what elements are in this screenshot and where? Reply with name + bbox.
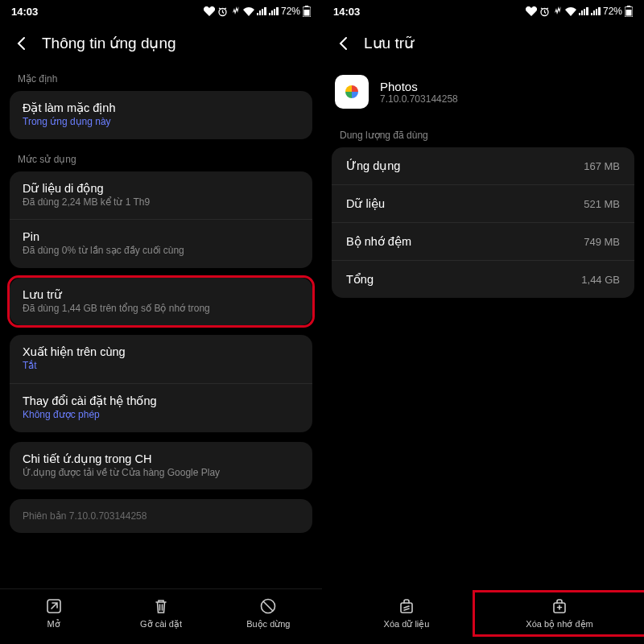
- nav-label: Gỡ cài đặt: [140, 619, 182, 630]
- storage-label: Dữ liệu: [346, 197, 385, 210]
- nav-label: Xóa bộ nhớ đệm: [526, 619, 592, 630]
- item-sub: Tắt: [23, 360, 299, 373]
- alarm-icon: [539, 6, 550, 17]
- battery-percent: 72%: [603, 6, 622, 17]
- svg-rect-10: [401, 603, 412, 613]
- card-default: Đặt làm mặc định Trong ứng dụng này: [10, 91, 312, 139]
- set-default-item[interactable]: Đặt làm mặc định Trong ứng dụng này: [10, 91, 312, 139]
- item-sub: Đã dùng 2,24 MB kể từ 1 Th9: [23, 196, 299, 209]
- item-title: Chi tiết ứ.dụng trong CH: [23, 452, 299, 465]
- item-title: Dữ liệu di động: [23, 182, 299, 195]
- photos-app-icon: [335, 75, 369, 109]
- item-title: Đặt làm mặc định: [23, 101, 299, 114]
- content-area: Dung lượng đã dùng Ứng dụng 167 MB Dữ li…: [322, 125, 644, 589]
- clear-data-icon: [398, 597, 415, 615]
- item-sub: Ứ.dụng được tải về từ Cửa hàng Google Pl…: [23, 467, 299, 480]
- change-system-item[interactable]: Thay đổi cài đặt hệ thống Không được phé…: [10, 384, 312, 432]
- appear-on-top-item[interactable]: Xuất hiện trên cùng Tắt: [10, 335, 312, 384]
- clear-cache-button[interactable]: Xóa bộ nhớ đệm: [473, 590, 644, 637]
- nav-label: Xóa dữ liệu: [384, 619, 430, 630]
- header: Thông tin ứng dụng: [0, 23, 322, 68]
- battery-item[interactable]: Pin Đã dùng 0% từ lần sạc đầy cuối cùng: [10, 220, 312, 268]
- storage-row-cache: Bộ nhớ đệm 749 MB: [332, 223, 634, 261]
- svg-rect-2: [305, 6, 308, 7]
- vibrate-icon: [230, 6, 241, 17]
- trash-icon: [152, 597, 170, 615]
- battery-icon: [625, 6, 633, 17]
- app-meta: Photos 7.10.0.703144258: [380, 80, 458, 105]
- svg-rect-3: [304, 10, 310, 16]
- storage-value: 521 MB: [584, 198, 620, 210]
- force-stop-button[interactable]: Buộc dừng: [236, 597, 300, 630]
- status-bar: 14:03 72%: [0, 0, 322, 23]
- item-sub: Đã dùng 1,44 GB trên tổng số Bộ nhớ tron…: [23, 303, 299, 316]
- alarm-icon: [217, 6, 228, 17]
- storage-label: Bộ nhớ đệm: [346, 235, 411, 248]
- open-icon: [45, 597, 63, 615]
- heart-icon: [204, 6, 215, 16]
- mobile-data-item[interactable]: Dữ liệu di động Đã dùng 2,24 MB kể từ 1 …: [10, 171, 312, 221]
- nav-label: Buộc dừng: [246, 619, 290, 630]
- vibrate-icon: [552, 6, 563, 17]
- item-sub: Không được phép: [23, 409, 299, 422]
- app-details-store-item[interactable]: Chi tiết ứ.dụng trong CH Ứ.dụng được tải…: [10, 442, 312, 490]
- card-store: Chi tiết ứ.dụng trong CH Ứ.dụng được tải…: [10, 442, 312, 490]
- header: Lưu trữ: [322, 23, 644, 68]
- signal-icon-2: [269, 7, 279, 15]
- heart-icon: [526, 6, 537, 16]
- chevron-left-icon: [336, 35, 352, 52]
- item-title: Lưu trữ: [23, 288, 299, 301]
- status-time: 14:03: [333, 6, 360, 18]
- phone-left: 14:03 72% Thông tin ứng dụng Mặc định Đặ…: [0, 0, 322, 644]
- item-title: Xuất hiện trên cùng: [23, 345, 299, 358]
- open-button[interactable]: Mở: [22, 597, 86, 630]
- item-sub: Đã dùng 0% từ lần sạc đầy cuối cùng: [23, 245, 299, 258]
- status-icons: 72%: [526, 6, 633, 17]
- storage-row-data: Dữ liệu 521 MB: [332, 185, 634, 223]
- storage-value: 749 MB: [584, 236, 620, 248]
- app-version: 7.10.0.703144258: [380, 93, 458, 105]
- wifi-icon: [243, 7, 254, 16]
- nav-label: Mở: [47, 619, 60, 630]
- back-button[interactable]: [13, 35, 31, 52]
- google-photos-icon: [340, 80, 364, 104]
- app-name: Photos: [380, 80, 458, 93]
- svg-rect-9: [626, 10, 632, 16]
- storage-value: 1,44 GB: [581, 274, 620, 286]
- status-bar: 14:03 72%: [322, 0, 644, 23]
- signal-icon: [257, 7, 266, 15]
- storage-card: Ứng dụng 167 MB Dữ liệu 521 MB Bộ nhớ đệ…: [332, 147, 634, 298]
- chevron-left-icon: [14, 35, 30, 52]
- phone-right: 14:03 72% Lưu trữ Photos: [322, 0, 644, 644]
- svg-rect-8: [627, 6, 630, 7]
- item-title: Thay đổi cài đặt hệ thống: [23, 394, 299, 407]
- card-version: Phiên bản 7.10.0.703144258: [10, 499, 312, 533]
- wifi-icon: [565, 7, 576, 16]
- battery-icon: [303, 6, 311, 17]
- section-usage-label: Mức sử dụng: [10, 149, 312, 171]
- status-icons: 72%: [204, 6, 311, 17]
- page-title: Thông tin ứng dụng: [42, 34, 176, 52]
- bottom-nav: Xóa dữ liệu Xóa bộ nhớ đệm: [322, 589, 644, 644]
- back-button[interactable]: [335, 35, 353, 52]
- clear-data-button[interactable]: Xóa dữ liệu: [330, 597, 483, 630]
- storage-row-app: Ứng dụng 167 MB: [332, 147, 634, 185]
- uninstall-button[interactable]: Gỡ cài đặt: [129, 597, 193, 630]
- highlight-storage: Lưu trữ Đã dùng 1,44 GB trên tổng số Bộ …: [7, 275, 315, 328]
- bottom-nav: Mở Gỡ cài đặt Buộc dừng: [0, 588, 322, 644]
- content-area: Mặc định Đặt làm mặc định Trong ứng dụng…: [0, 68, 322, 588]
- card-storage: Lưu trữ Đã dùng 1,44 GB trên tổng số Bộ …: [10, 278, 312, 326]
- section-space-label: Dung lượng đã dùng: [332, 125, 634, 147]
- storage-value: 167 MB: [584, 160, 620, 172]
- app-info-row: Photos 7.10.0.703144258: [322, 68, 644, 125]
- page-title: Lưu trữ: [364, 34, 414, 52]
- item-title: Pin: [23, 230, 299, 243]
- status-time: 14:03: [11, 6, 38, 18]
- card-usage: Dữ liệu di động Đã dùng 2,24 MB kể từ 1 …: [10, 171, 312, 268]
- storage-item[interactable]: Lưu trữ Đã dùng 1,44 GB trên tổng số Bộ …: [10, 278, 312, 326]
- storage-row-total: Tổng 1,44 GB: [332, 261, 634, 298]
- item-sub: Trong ứng dụng này: [23, 116, 299, 129]
- clear-cache-icon: [551, 597, 568, 615]
- storage-label: Ứng dụng: [346, 159, 400, 172]
- battery-percent: 72%: [281, 6, 300, 17]
